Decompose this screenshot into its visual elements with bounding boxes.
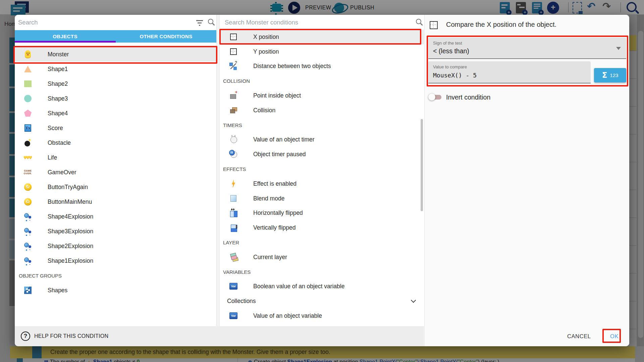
object-name: Shape2 <box>48 80 68 87</box>
variable-icon <box>229 282 238 291</box>
object-name: Monster <box>48 51 69 58</box>
condition-label: Blend mode <box>253 195 284 202</box>
object-name: Shape1 <box>48 66 68 73</box>
object-list-item[interactable]: Score <box>15 121 216 135</box>
retry-button-object-icon <box>23 183 32 191</box>
conditions-search-row <box>220 15 424 29</box>
condition-label: EFFECTS <box>223 166 246 172</box>
effect-icon <box>229 179 238 188</box>
object-list-item[interactable]: Shape4Explosion <box>15 209 216 224</box>
objects-list-scrollbar[interactable] <box>216 15 220 326</box>
condition-label: Collections <box>227 298 256 305</box>
object-name: Shape4Explosion <box>48 213 93 220</box>
condition-list-item[interactable]: EFFECTS <box>220 162 424 176</box>
bomb-object-icon <box>23 138 32 147</box>
condition-list-item[interactable]: Effect is enabled <box>220 176 424 191</box>
conditions-panel: X position Y position Distance between t… <box>220 15 424 326</box>
particle-emitter-icon <box>23 256 32 265</box>
object-name: Shape2Explosion <box>48 243 93 250</box>
condition-label: X position <box>253 33 279 40</box>
cancel-button[interactable]: CANCEL <box>567 331 591 341</box>
conditions-scrollbar-thumb[interactable] <box>421 119 423 211</box>
monster-object-icon <box>23 50 32 59</box>
conditions-search-input[interactable] <box>225 17 406 28</box>
condition-label: Object timer paused <box>253 151 306 158</box>
particle-emitter-icon <box>23 227 32 236</box>
condition-label: VARIABLES <box>223 269 251 275</box>
object-list-item[interactable]: Obstacle <box>15 135 216 150</box>
active-tab-indicator <box>15 41 116 43</box>
config-title: Compare the X position of the object. <box>446 21 556 28</box>
condition-list-item[interactable]: LAYER <box>220 235 424 250</box>
object-list-item[interactable]: Shapes <box>15 283 216 298</box>
object-name: ButtonTryAgain <box>48 184 88 191</box>
object-list-item[interactable]: Life <box>15 150 216 165</box>
condition-list-item[interactable]: VARIABLES <box>220 264 424 279</box>
condition-list-item[interactable]: Horizontally flipped <box>220 206 424 221</box>
object-list-item[interactable]: Shape4 <box>15 106 216 121</box>
object-list-item[interactable]: Monster <box>15 47 216 62</box>
toggle-knob <box>428 94 435 101</box>
object-list-item[interactable]: OBJECT GROUPS <box>15 268 216 283</box>
object-list-item[interactable]: Shape2Explosion <box>15 239 216 253</box>
value-to-compare-input[interactable]: Value to compare MouseX() - 5 <box>428 61 591 83</box>
object-list-item[interactable]: Shape3Explosion <box>15 224 216 239</box>
condition-list-item[interactable]: Collision <box>220 103 424 118</box>
help-for-condition-button[interactable]: HELP FOR THIS CONDITION <box>34 333 108 339</box>
objects-list: Monster Shape1 Shape2 Shape3 <box>15 47 216 298</box>
gameover-object-icon <box>23 168 32 177</box>
object-list-item[interactable]: GameOver <box>15 165 216 180</box>
dialog-footer: ? HELP FOR THIS CONDITION <box>15 326 424 346</box>
condition-list-item[interactable]: X position <box>220 29 424 44</box>
object-list-item[interactable]: ButtonTryAgain <box>15 180 216 194</box>
condition-list-item[interactable]: TIMERS <box>220 118 424 132</box>
condition-label: Boolean value of an object variable <box>253 283 344 290</box>
invert-condition-toggle[interactable] <box>429 95 441 100</box>
condition-label: Value of an object variable <box>253 312 322 319</box>
object-list-item[interactable]: Shape1 <box>15 62 216 76</box>
sign-of-test-select[interactable]: Sign of the test < (less than) <box>428 38 626 59</box>
object-list-item[interactable]: Shape1Explosion <box>15 253 216 268</box>
square-object-icon <box>23 79 32 88</box>
tab-other-conditions[interactable]: OTHER CONDITIONS <box>116 30 216 43</box>
condition-editor-dialog: OBJECTS OTHER CONDITIONS Monster Shape1 … <box>15 15 629 346</box>
x-position-icon <box>429 20 439 30</box>
condition-list-item[interactable]: Current layer <box>220 250 424 264</box>
object-name: Life <box>48 154 57 161</box>
condition-config-panel: Compare the X position of the object. Si… <box>424 15 629 346</box>
object-list-item[interactable]: Shape2 <box>15 76 216 91</box>
condition-list-item[interactable]: Blend mode <box>220 191 424 206</box>
condition-list-item[interactable]: Collections <box>220 294 424 308</box>
vertical-flip-icon <box>229 223 238 232</box>
object-list-item[interactable]: Shape3 <box>15 91 216 106</box>
condition-list-item[interactable]: Value of an object timer <box>220 132 424 147</box>
field-label: Value to compare <box>433 64 467 69</box>
help-icon: ? <box>21 331 30 341</box>
object-name: ButtonMainMenu <box>48 198 92 205</box>
ok-button[interactable]: OK <box>610 331 619 341</box>
condition-list-item[interactable]: Y position <box>220 44 424 59</box>
sigma-icon: Σ <box>602 71 607 79</box>
filter-icon[interactable] <box>196 20 203 26</box>
condition-list-item[interactable]: Boolean value of an object variable <box>220 279 424 294</box>
condition-label: COLLISION <box>223 78 250 84</box>
condition-label: Point inside object <box>253 92 301 99</box>
condition-list-item[interactable]: Object timer paused <box>220 147 424 162</box>
field-value: MouseX() - 5 <box>433 72 477 79</box>
condition-list-item[interactable]: Distance between two objects <box>220 59 424 74</box>
condition-list-item[interactable]: Value of an object variable <box>220 308 424 323</box>
condition-label: Y position <box>253 48 279 55</box>
point-inside-icon <box>229 91 238 100</box>
objects-search-input[interactable] <box>18 17 189 28</box>
condition-list-item[interactable]: Point inside object <box>220 88 424 103</box>
text-object-icon <box>23 124 32 132</box>
particle-emitter-icon <box>23 212 32 221</box>
object-list-item[interactable]: ButtonMainMenu <box>15 194 216 209</box>
object-name: Shape1Explosion <box>48 257 93 264</box>
object-name: Shape3Explosion <box>48 228 93 235</box>
field-label: Sign of the test <box>433 41 462 46</box>
y-position-icon <box>229 47 238 56</box>
expression-editor-button[interactable]: Σ123 <box>594 68 626 82</box>
condition-list-item[interactable]: COLLISION <box>220 73 424 88</box>
condition-list-item[interactable]: Vertically flipped <box>220 220 424 235</box>
